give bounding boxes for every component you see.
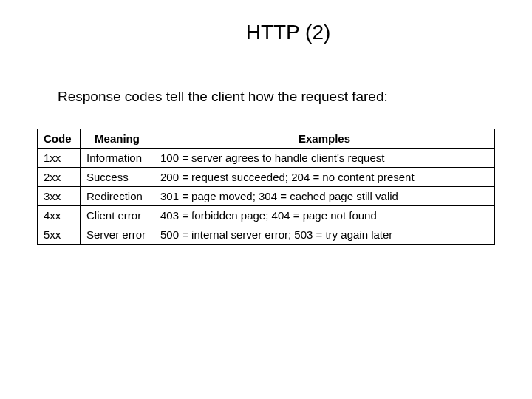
table-row: 4xx Client error 403 = forbidden page; 4…	[38, 206, 495, 225]
table-row: 5xx Server error 500 = internal server e…	[38, 225, 495, 245]
cell-meaning: Client error	[81, 206, 154, 225]
col-header-code: Code	[38, 129, 81, 149]
table-row: 1xx Information 100 = server agrees to h…	[38, 149, 495, 168]
subtitle: Response codes tell the client how the r…	[58, 89, 502, 105]
http-codes-table: Code Meaning Examples 1xx Information 10…	[37, 129, 495, 245]
col-header-meaning: Meaning	[81, 129, 154, 149]
slide: HTTP (2) Response codes tell the client …	[0, 0, 532, 399]
cell-code: 1xx	[38, 149, 81, 168]
cell-examples: 301 = page moved; 304 = cached page stil…	[154, 187, 495, 206]
cell-meaning: Redirection	[81, 187, 154, 206]
cell-examples: 200 = request succeeded; 204 = no conten…	[154, 168, 495, 187]
cell-meaning: Information	[81, 149, 154, 168]
page-title: HTTP (2)	[74, 21, 502, 44]
cell-code: 2xx	[38, 168, 81, 187]
cell-examples: 500 = internal server error; 503 = try a…	[154, 225, 495, 245]
table-row: 2xx Success 200 = request succeeded; 204…	[38, 168, 495, 187]
col-header-examples: Examples	[154, 129, 495, 149]
table-container: Code Meaning Examples 1xx Information 10…	[37, 129, 495, 245]
cell-code: 4xx	[38, 206, 81, 225]
cell-code: 3xx	[38, 187, 81, 206]
cell-examples: 403 = forbidden page; 404 = page not fou…	[154, 206, 495, 225]
cell-meaning: Server error	[81, 225, 154, 245]
table-header-row: Code Meaning Examples	[38, 129, 495, 149]
cell-code: 5xx	[38, 225, 81, 245]
cell-meaning: Success	[81, 168, 154, 187]
table-row: 3xx Redirection 301 = page moved; 304 = …	[38, 187, 495, 206]
cell-examples: 100 = server agrees to handle client's r…	[154, 149, 495, 168]
